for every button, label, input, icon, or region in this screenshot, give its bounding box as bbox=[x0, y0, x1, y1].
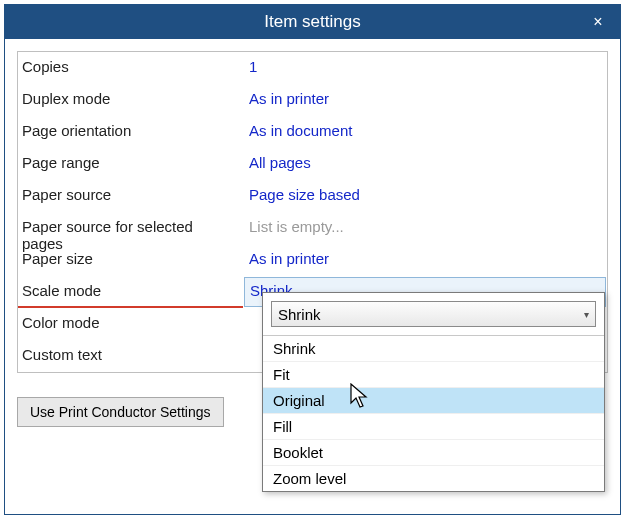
close-button[interactable]: × bbox=[576, 5, 620, 39]
setting-label: Paper size bbox=[18, 244, 243, 276]
setting-label: Copies bbox=[18, 52, 243, 84]
setting-label: Page range bbox=[18, 148, 243, 180]
titlebar: Item settings × bbox=[5, 5, 620, 39]
setting-value[interactable]: Page size based bbox=[243, 180, 607, 212]
setting-value[interactable]: All pages bbox=[243, 148, 607, 180]
scale-mode-option[interactable]: Shrink bbox=[263, 336, 604, 362]
setting-label: Paper source bbox=[18, 180, 243, 212]
scale-mode-dropdown-popup: Shrink ▾ ShrinkFitOriginalFillBookletZoo… bbox=[262, 292, 605, 492]
setting-label: Page orientation bbox=[18, 116, 243, 148]
scale-mode-options-list: ShrinkFitOriginalFillBookletZoom level bbox=[263, 335, 604, 491]
setting-value[interactable]: As in printer bbox=[243, 244, 607, 276]
scale-mode-option[interactable]: Booklet bbox=[263, 440, 604, 466]
setting-label: Duplex mode bbox=[18, 84, 243, 116]
setting-label: Custom text bbox=[18, 340, 243, 372]
scale-mode-option[interactable]: Original bbox=[263, 388, 604, 414]
scale-mode-option[interactable]: Fit bbox=[263, 362, 604, 388]
close-icon: × bbox=[593, 13, 602, 31]
settings-row: Copies1 bbox=[18, 52, 607, 84]
setting-value[interactable]: As in document bbox=[243, 116, 607, 148]
setting-value[interactable]: List is empty... bbox=[243, 212, 607, 244]
settings-row: Paper sizeAs in printer bbox=[18, 244, 607, 276]
chevron-down-icon: ▾ bbox=[584, 309, 589, 320]
use-print-conductor-settings-button[interactable]: Use Print Conductor Settings bbox=[17, 397, 224, 427]
setting-value[interactable]: As in printer bbox=[243, 84, 607, 116]
setting-label: Scale mode bbox=[18, 276, 243, 308]
scale-mode-combo-value: Shrink bbox=[278, 306, 321, 323]
setting-label: Color mode bbox=[18, 308, 243, 340]
settings-row: Duplex modeAs in printer bbox=[18, 84, 607, 116]
scale-mode-option[interactable]: Fill bbox=[263, 414, 604, 440]
scale-mode-option[interactable]: Zoom level bbox=[263, 466, 604, 491]
dialog-title: Item settings bbox=[264, 12, 360, 32]
settings-row: Page orientationAs in document bbox=[18, 116, 607, 148]
scale-mode-combo[interactable]: Shrink ▾ bbox=[271, 301, 596, 327]
settings-row: Paper sourcePage size based bbox=[18, 180, 607, 212]
settings-row: Page rangeAll pages bbox=[18, 148, 607, 180]
setting-label: Paper source for selected pages bbox=[18, 212, 243, 244]
setting-value[interactable]: 1 bbox=[243, 52, 607, 84]
settings-row: Paper source for selected pagesList is e… bbox=[18, 212, 607, 244]
